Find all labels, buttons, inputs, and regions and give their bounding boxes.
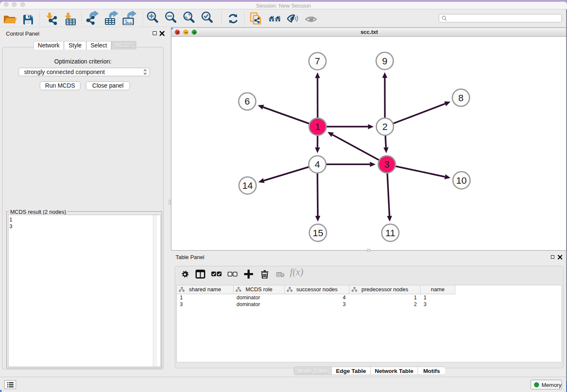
svg-text:6: 6 — [245, 96, 250, 107]
svg-text:10: 10 — [456, 175, 467, 186]
svg-text:8: 8 — [458, 93, 464, 103]
svg-text:11: 11 — [385, 228, 395, 238]
svg-text:9: 9 — [382, 56, 388, 66]
svg-text:3: 3 — [384, 159, 390, 170]
svg-text:2: 2 — [382, 121, 388, 132]
svg-text:7: 7 — [315, 56, 320, 66]
svg-text:14: 14 — [242, 180, 253, 191]
svg-text:1: 1 — [315, 121, 320, 132]
svg-text:15: 15 — [313, 228, 323, 238]
svg-text:4: 4 — [315, 159, 320, 170]
